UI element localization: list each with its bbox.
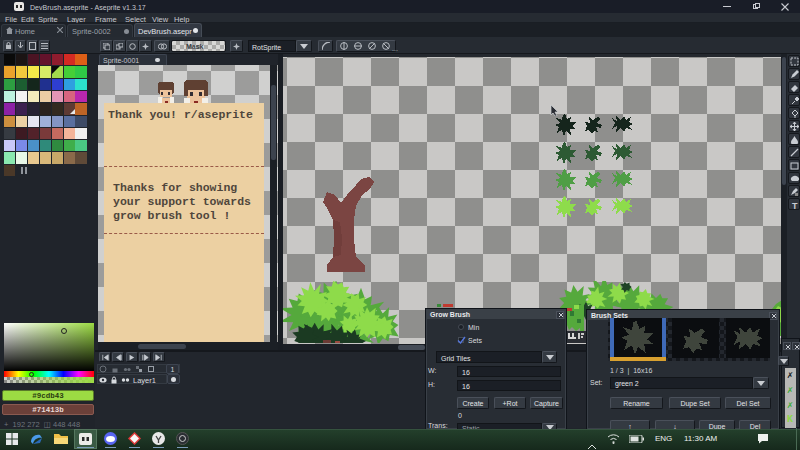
svg-text:T: T [792, 200, 798, 209]
